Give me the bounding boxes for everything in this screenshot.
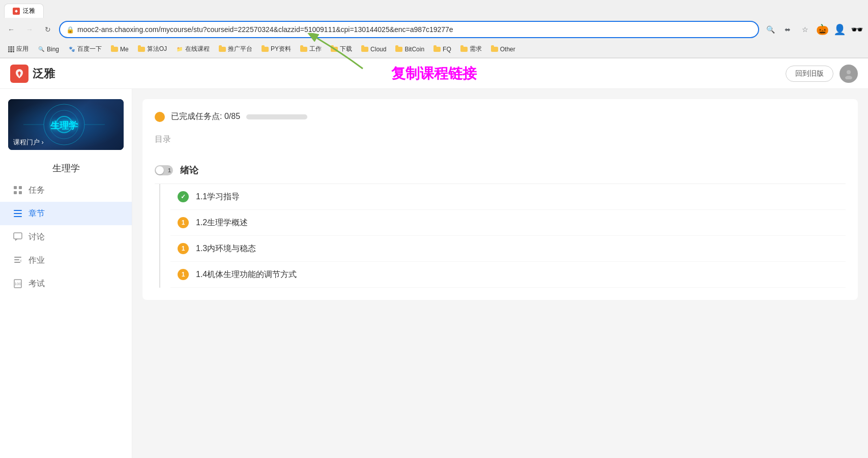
chapter-toggle[interactable]: 1: [155, 165, 173, 175]
course-thumbnail: 生理学 课程门户 ›: [8, 99, 124, 150]
extension-icon: 👤: [832, 22, 847, 37]
sub-title-1-2: 1.2生理学概述: [196, 218, 248, 228]
svg-rect-11: [14, 191, 17, 194]
progress-dot: [155, 112, 165, 122]
nav-homework-label: 作业: [28, 255, 45, 266]
bookmark-other-label: Other: [500, 46, 515, 53]
copy-course-label: 复制课程链接: [391, 64, 477, 83]
bookmark-download-label: 下载: [340, 45, 352, 53]
apps-label: 应用: [16, 45, 28, 53]
exam-icon: 100: [12, 278, 23, 289]
address-bar[interactable]: 🔒 mooc2-ans.chaoxing.com/mycourse/stu?co…: [59, 21, 759, 38]
svg-rect-17: [14, 257, 21, 258]
chapter-children: ✓ 1.1学习指导 1 1.2生理学概述 1 1.3内环境与稳态: [155, 184, 846, 288]
badge-1-2: 1: [178, 217, 189, 228]
online-course-icon: 📁: [176, 46, 183, 53]
sub-item-1-2[interactable]: 1 1.2生理学概述: [170, 210, 846, 236]
bookmark-cloud[interactable]: Cloud: [357, 45, 390, 54]
header-right: 回到旧版: [786, 65, 858, 83]
apps-icon: [8, 46, 14, 52]
search-button[interactable]: 🔍: [763, 22, 777, 37]
share-button[interactable]: ⬌: [780, 22, 795, 37]
bookmark-suanfa[interactable]: 算法OJ: [134, 44, 171, 54]
badge-check: ✓: [178, 191, 189, 202]
app-logo: 泛雅: [10, 65, 55, 83]
progress-text: 已完成任务点: 0/85: [171, 111, 240, 122]
nav-item-chapters[interactable]: 章节: [0, 202, 132, 225]
bookmark-py-label: PY资料: [271, 45, 291, 53]
sub-title-1-4: 1.4机体生理功能的调节方式: [196, 269, 297, 280]
svg-rect-10: [19, 186, 22, 189]
back-to-old-btn[interactable]: 回到旧版: [786, 66, 833, 82]
nav-exam-label: 考试: [28, 279, 45, 289]
sub-title-1-3: 1.3内环境与稳态: [196, 243, 256, 254]
bing-icon: 🔍: [38, 46, 45, 53]
forward-button[interactable]: →: [22, 22, 37, 37]
edit-icon: [12, 255, 23, 266]
bookmark-bitcoin[interactable]: BitCoin: [391, 45, 428, 54]
bookmark-online-course[interactable]: 📁 在线课程: [172, 44, 214, 54]
another-icon: 🕶️: [850, 22, 864, 37]
badge-1-3: 1: [178, 243, 189, 254]
browser-tab[interactable]: 泛雅: [4, 4, 44, 18]
bookmark-download[interactable]: 下载: [327, 44, 356, 54]
bookmark-demand[interactable]: 需求: [456, 44, 486, 54]
course-card[interactable]: 生理学 课程门户 ›: [8, 99, 124, 150]
folder-icon: [331, 47, 338, 52]
folder-icon: [395, 47, 402, 52]
sub-item-1-1[interactable]: ✓ 1.1学习指导: [170, 184, 846, 210]
folder-icon: [262, 47, 269, 52]
folder-icon: [361, 47, 368, 52]
bookmark-work-label: 工作: [309, 45, 322, 53]
progress-section: 已完成任务点: 0/85: [155, 111, 846, 122]
svg-rect-15: [14, 216, 22, 217]
chapter-item-intro[interactable]: 1 绪论: [155, 157, 846, 184]
bookmark-promotion[interactable]: 推广平台: [215, 44, 256, 54]
baidu-icon: 🐾: [68, 46, 75, 53]
sub-item-1-3[interactable]: 1 1.3内环境与稳态: [170, 236, 846, 262]
bookmark-py[interactable]: PY资料: [257, 44, 295, 54]
course-portal-label[interactable]: 课程门户 ›: [13, 138, 44, 147]
connector-line: [159, 184, 160, 288]
nav-tasks-label: 任务: [28, 185, 45, 196]
bookmark-fq[interactable]: FQ: [429, 45, 455, 54]
bookmark-baidu[interactable]: 🐾 百度一下: [64, 44, 106, 54]
bookmark-other[interactable]: Other: [487, 45, 519, 54]
folder-icon: [219, 47, 226, 52]
apps-bookmarks[interactable]: 应用: [4, 44, 33, 54]
sub-items-container: ✓ 1.1学习指导 1 1.2生理学概述 1 1.3内环境与稳态: [170, 184, 846, 288]
svg-rect-14: [14, 213, 22, 214]
course-name: 生理学: [0, 158, 132, 178]
badge-1-4: 1: [178, 269, 189, 280]
content-card: 已完成任务点: 0/85 目录 1 绪论: [142, 99, 858, 300]
svg-rect-12: [19, 191, 22, 194]
logo-text: 泛雅: [33, 66, 55, 81]
nav-chapters-label: 章节: [28, 208, 45, 219]
address-bar-row: ← → ↻ 🔒 mooc2-ans.chaoxing.com/mycourse/…: [0, 18, 868, 41]
svg-rect-16: [14, 233, 22, 239]
folder-icon: [433, 47, 441, 52]
main-layout: 生理学 课程门户 › 生理学: [0, 89, 868, 458]
nav-item-discussion[interactable]: 讨论: [0, 225, 132, 249]
nav-item-tasks[interactable]: 任务: [0, 178, 132, 202]
user-avatar[interactable]: [840, 65, 858, 83]
folder-icon: [460, 47, 468, 52]
app-header: 泛雅 复制课程链接 回到旧版: [0, 58, 868, 89]
bookmark-button[interactable]: ☆: [798, 22, 812, 37]
nav-item-exam[interactable]: 100 考试: [0, 272, 132, 295]
bookmark-suanfa-label: 算法OJ: [147, 45, 167, 53]
bookmark-me[interactable]: Me: [107, 45, 133, 54]
progress-bar: [246, 114, 307, 119]
tab-label: 泛雅: [23, 7, 35, 15]
grid-icon: [12, 185, 23, 196]
folder-icon: [491, 47, 498, 52]
nav-item-homework[interactable]: 作业: [0, 249, 132, 272]
bookmark-work[interactable]: 工作: [296, 44, 326, 54]
bookmark-bing[interactable]: 🔍 Bing: [34, 45, 63, 54]
back-button[interactable]: ←: [4, 22, 18, 37]
sub-title-1-1: 1.1学习指导: [196, 192, 240, 202]
toggle-num: 1: [168, 167, 171, 173]
sub-item-1-4[interactable]: 1 1.4机体生理功能的调节方式: [170, 262, 846, 288]
bookmark-bitcoin-label: BitCoin: [404, 46, 424, 53]
reload-button[interactable]: ↻: [41, 22, 55, 37]
